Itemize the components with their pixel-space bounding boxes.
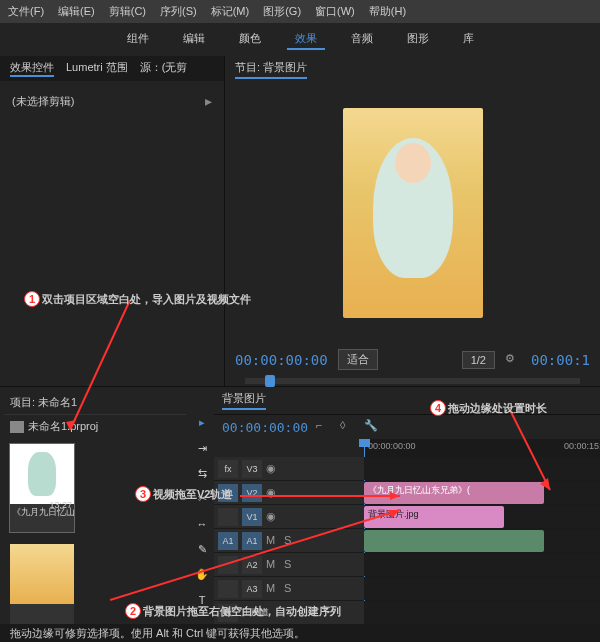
- bin-icon: [10, 421, 24, 433]
- program-monitor: 节目: 背景图片 00:00:00:00 适合 1/2 ⚙ 00:00:1: [225, 56, 600, 386]
- track-v2[interactable]: V1V2◉ 《九月九日忆山东兄弟》(: [214, 481, 600, 505]
- clip-video[interactable]: 《九月九日忆山东兄弟》(: [364, 482, 544, 504]
- menu-file[interactable]: 文件(F): [8, 4, 44, 19]
- razor-tool[interactable]: ✂: [194, 491, 210, 506]
- slip-tool[interactable]: ↔: [194, 517, 210, 532]
- project-item-video[interactable]: 13:27 《九月九日忆山东...: [10, 444, 74, 532]
- menu-edit[interactable]: 编辑(E): [58, 4, 95, 19]
- menu-clip[interactable]: 剪辑(C): [109, 4, 146, 19]
- ripple-tool[interactable]: ⇆: [194, 466, 210, 481]
- program-scrubber[interactable]: [245, 378, 580, 384]
- menu-window[interactable]: 窗口(W): [315, 4, 355, 19]
- playhead[interactable]: [265, 375, 275, 387]
- program-label: 节目: 背景图片: [235, 60, 307, 79]
- hand-tool[interactable]: ✋: [194, 567, 210, 582]
- ws-color[interactable]: 颜色: [231, 29, 269, 50]
- ws-library[interactable]: 库: [455, 29, 482, 50]
- marker-icon[interactable]: ◊: [340, 419, 356, 435]
- sequence-name[interactable]: 背景图片: [222, 391, 266, 410]
- track-v3[interactable]: fxV3◉: [214, 457, 600, 481]
- no-selection-text: (未选择剪辑): [12, 94, 74, 109]
- tab-effect-controls[interactable]: 效果控件: [10, 60, 54, 77]
- selection-tool[interactable]: ▸: [194, 415, 210, 430]
- timeline-panel: 背景图片 00:00:00:00 ⌐ ◊ 🔧 00:00:00:00 00:00…: [214, 387, 600, 636]
- ws-assembly[interactable]: 组件: [119, 29, 157, 50]
- chevron-right-icon[interactable]: ▸: [205, 93, 212, 109]
- project-panel: 项目: 未命名1 未命名1.prproj 13:27 《九月九日忆山东...: [0, 387, 190, 636]
- project-filename: 未命名1.prproj: [28, 419, 98, 434]
- track-master[interactable]: fx主声道: [214, 601, 600, 625]
- project-item-bg[interactable]: [10, 544, 74, 632]
- tool-palette: ▸ ⇥ ⇆ ✂ ↔ ✎ ✋ T: [190, 387, 214, 636]
- settings-icon[interactable]: ⚙: [505, 352, 521, 368]
- thumb-img: [10, 444, 74, 504]
- type-tool[interactable]: T: [194, 593, 210, 608]
- track-a2[interactable]: A2MS: [214, 553, 600, 577]
- program-duration: 00:00:1: [531, 352, 590, 368]
- clip-bg[interactable]: 背景图片.jpg: [364, 506, 504, 528]
- tab-lumetri[interactable]: Lumetri 范围: [66, 60, 128, 77]
- ws-effects[interactable]: 效果: [287, 29, 325, 50]
- project-tab[interactable]: 项目: 未命名1: [4, 391, 186, 415]
- snap-icon[interactable]: ⌐: [316, 419, 332, 435]
- program-timecode[interactable]: 00:00:00:00: [235, 352, 328, 368]
- tab-source[interactable]: 源：(无剪: [140, 60, 188, 77]
- preview-canvas[interactable]: [225, 83, 600, 343]
- thumb-duration: 13:27: [49, 500, 72, 510]
- track-a1[interactable]: A1A1MS: [214, 529, 600, 553]
- timeline-ruler[interactable]: 00:00:00:00 00:00:15:00: [364, 439, 600, 457]
- tracks: fxV3◉ V1V2◉ 《九月九日忆山东兄弟》( V1◉ 背景图片.jpg A1…: [214, 457, 600, 636]
- clip-audio[interactable]: [364, 530, 544, 552]
- menu-graphic[interactable]: 图形(G): [263, 4, 301, 19]
- ruler-tick: 00:00:00:00: [368, 441, 416, 451]
- preview-image: [343, 108, 483, 318]
- track-select-tool[interactable]: ⇥: [194, 440, 210, 455]
- effects-panel: 效果控件 Lumetri 范围 源：(无剪 (未选择剪辑) ▸: [0, 56, 225, 386]
- ws-editing[interactable]: 编辑: [175, 29, 213, 50]
- ws-graphics[interactable]: 图形: [399, 29, 437, 50]
- ws-audio[interactable]: 音频: [343, 29, 381, 50]
- menu-seq[interactable]: 序列(S): [160, 4, 197, 19]
- menu-help[interactable]: 帮助(H): [369, 4, 406, 19]
- fit-dropdown[interactable]: 适合: [338, 349, 378, 370]
- workspace-tabs: 组件 编辑 颜色 效果 音频 图形 库: [0, 23, 600, 56]
- track-v1[interactable]: V1◉ 背景图片.jpg: [214, 505, 600, 529]
- track-a3[interactable]: A3MS: [214, 577, 600, 601]
- menubar: 文件(F) 编辑(E) 剪辑(C) 序列(S) 标记(M) 图形(G) 窗口(W…: [0, 0, 600, 23]
- statusbar: 拖动边缘可修剪选择项。使用 Alt 和 Ctrl 键可获得其他选项。: [0, 624, 600, 642]
- timeline-timecode[interactable]: 00:00:00:00: [222, 420, 308, 435]
- zoom-dropdown[interactable]: 1/2: [462, 351, 495, 369]
- wrench-icon[interactable]: 🔧: [364, 419, 380, 435]
- thumb-img-bg: [10, 544, 74, 604]
- pen-tool[interactable]: ✎: [194, 542, 210, 557]
- menu-mark[interactable]: 标记(M): [211, 4, 250, 19]
- ruler-tick: 00:00:15:00: [564, 441, 600, 451]
- status-text: 拖动边缘可修剪选择项。使用 Alt 和 Ctrl 键可获得其他选项。: [10, 626, 305, 641]
